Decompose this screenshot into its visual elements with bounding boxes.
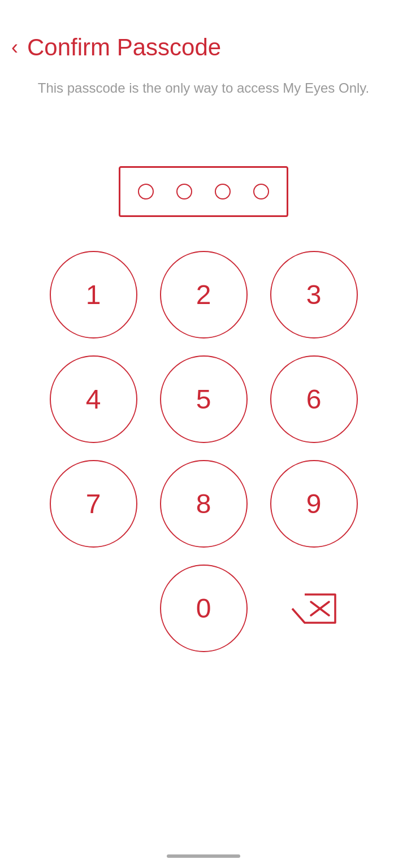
keypad-row-2: 4 5 6 [50,355,358,443]
key-6[interactable]: 6 [270,355,358,443]
page-title: Confirm Passcode [27,34,221,61]
back-icon[interactable]: ‹ [11,37,18,58]
key-1[interactable]: 1 [50,251,137,338]
key-2[interactable]: 2 [160,251,248,338]
key-3[interactable]: 3 [270,251,358,338]
key-0[interactable]: 0 [160,565,248,652]
passcode-display [119,166,288,217]
keypad-row-3: 7 8 9 [50,460,358,548]
key-7[interactable]: 7 [50,460,137,548]
passcode-dot-3 [215,184,231,199]
passcode-dot-4 [253,184,269,199]
key-5[interactable]: 5 [160,355,248,443]
passcode-display-wrapper [0,166,407,217]
subtitle: This passcode is the only way to access … [0,72,407,98]
delete-button[interactable] [270,580,358,637]
key-4[interactable]: 4 [50,355,137,443]
bottom-bar [167,854,240,858]
keypad: 1 2 3 4 5 6 7 8 9 0 [0,251,407,652]
passcode-dot-2 [176,184,192,199]
passcode-dot-1 [138,184,154,199]
key-8[interactable]: 8 [160,460,248,548]
keypad-row-1: 1 2 3 [50,251,358,338]
keypad-row-4: 0 [50,565,358,652]
delete-icon [291,592,336,626]
key-9[interactable]: 9 [270,460,358,548]
header: ‹ Confirm Passcode [0,0,407,72]
